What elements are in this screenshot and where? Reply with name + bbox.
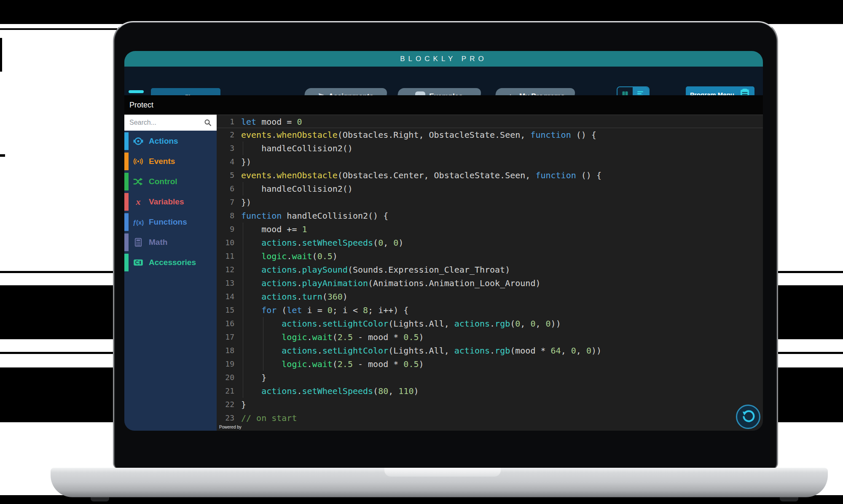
category-color-stripe — [124, 254, 129, 271]
sidebar-item-variables[interactable]: xVariables — [124, 192, 217, 212]
sidebar-item-accessories[interactable]: CAccessories — [124, 252, 217, 273]
sidebar-item-events[interactable]: Events — [124, 151, 217, 172]
code-line: 1let mood = 0 — [217, 115, 763, 128]
code-text: handleCollision2() — [241, 142, 353, 155]
line-number: 12 — [217, 263, 234, 276]
sidebar-item-math[interactable]: Math — [124, 232, 217, 252]
accessory-block-icon: C — [133, 257, 144, 268]
code-line: 20 } — [217, 371, 763, 384]
line-number: 23 — [217, 411, 234, 425]
line-number: 6 — [217, 182, 234, 196]
sidebar-item-actions[interactable]: Actions — [124, 131, 217, 151]
code-text: handleCollision2() — [241, 182, 353, 196]
line-number: 9 — [217, 223, 234, 236]
line-number: 20 — [217, 371, 234, 384]
sidebar-item-control[interactable]: Control — [124, 172, 217, 192]
code-text: logic.wait(2.5 - mood * 0.5) — [241, 330, 424, 344]
code-text: }) — [241, 196, 251, 209]
page-title: BLOCKLY PRO — [400, 55, 487, 63]
laptop-base-notch — [384, 468, 501, 477]
sidebar-item-functions[interactable]: ƒ(x)Functions — [124, 212, 217, 232]
sidebar-item-label: Math — [149, 232, 167, 252]
sidebar-item-label: Variables — [149, 192, 184, 212]
protect-bar: Protect — [124, 95, 763, 115]
protect-label: Protect — [129, 101, 153, 110]
code-line: 19 logic.wait(2.5 - mood * 0.5) — [217, 357, 763, 371]
undo-button[interactable] — [736, 405, 760, 429]
code-line: 18 actions.setLightColor(Lights.All, act… — [217, 344, 763, 357]
code-line: 16 actions.setLightColor(Lights.All, act… — [217, 317, 763, 330]
sidebar-item-label: Events — [149, 151, 175, 172]
line-number: 22 — [217, 398, 234, 411]
robot-icon — [133, 136, 144, 147]
category-color-stripe — [124, 193, 129, 211]
code-text: logic.wait(0.5) — [241, 249, 338, 263]
line-number: 15 — [217, 303, 234, 317]
svg-text:C: C — [135, 260, 139, 265]
code-text: actions.playSound(Sounds.Expression_Clea… — [241, 263, 510, 276]
code-line: 13 actions.playAnimation(Animations.Anim… — [217, 276, 763, 290]
code-text: } — [241, 371, 266, 384]
line-number: 4 — [217, 155, 234, 169]
calculator-icon — [133, 237, 144, 248]
code-line: 15 for (let i = 0; i < 8; i++) { — [217, 303, 763, 317]
code-line: 6 handleCollision2() — [217, 182, 763, 196]
category-color-stripe — [124, 132, 129, 150]
code-line: 17 logic.wait(2.5 - mood * 0.5) — [217, 330, 763, 344]
line-number: 16 — [217, 317, 234, 330]
line-number: 11 — [217, 249, 234, 263]
code-text: let mood = 0 — [241, 115, 302, 129]
category-color-stripe — [124, 213, 129, 231]
search-input[interactable]: Search... — [124, 115, 217, 131]
block-category-sidebar: Search... ActionsEventsControlxVariables… — [124, 115, 217, 431]
code-line: 11 logic.wait(0.5) — [217, 249, 763, 263]
sidebar-item-label: Actions — [149, 131, 178, 151]
code-text: actions.turn(360) — [241, 290, 348, 303]
code-editor[interactable]: 1let mood = 02events.whenObstacle(Obstac… — [217, 115, 763, 431]
bg-vline-left — [0, 38, 2, 72]
code-text: events.whenObstacle(Obstacles.Center, Ob… — [241, 169, 601, 182]
category-color-stripe — [124, 173, 129, 190]
line-number: 14 — [217, 290, 234, 303]
line-number: 18 — [217, 344, 234, 357]
line-number: 7 — [217, 196, 234, 209]
code-text: actions.setWheelSpeeds(80, 110) — [241, 384, 419, 398]
code-line: 9 mood += 1 — [217, 223, 763, 236]
line-number: 3 — [217, 142, 234, 155]
bg-mark-left — [0, 154, 5, 157]
bg-top-band — [0, 0, 843, 24]
sidebar-item-label: Accessories — [149, 252, 196, 273]
page: BLOCKLY PRO Profiles ⚑ Assignments ▶ — [0, 0, 843, 504]
line-number: 17 — [217, 330, 234, 344]
function-icon: ƒ(x) — [133, 217, 144, 228]
code-text: events.whenObstacle(Obstacles.Right, Obs… — [241, 128, 596, 142]
undo-arrow-icon — [741, 408, 756, 425]
line-number: 19 — [217, 357, 234, 371]
code-text: function handleCollision2() { — [241, 209, 388, 223]
powered-by-label: Powered by — [219, 425, 242, 429]
code-text: actions.playAnimation(Animations.Animati… — [241, 276, 540, 290]
code-line: 21 actions.setWheelSpeeds(80, 110) — [217, 384, 763, 398]
line-number: 8 — [217, 209, 234, 223]
line-number: 21 — [217, 384, 234, 398]
code-text: actions.setLightColor(Lights.All, action… — [241, 344, 601, 357]
search-icon — [204, 119, 212, 126]
code-text: }) — [241, 155, 251, 169]
code-text: mood += 1 — [241, 223, 307, 236]
code-line: 22} — [217, 398, 763, 411]
app-window: BLOCKLY PRO Profiles ⚑ Assignments ▶ — [124, 51, 763, 431]
code-line: 5events.whenObstacle(Obstacles.Center, O… — [217, 169, 763, 182]
line-number: 10 — [217, 236, 234, 249]
variable-x-icon: x — [133, 196, 144, 207]
code-line: 3 handleCollision2() — [217, 142, 763, 155]
line-number: 1 — [217, 115, 234, 129]
code-text: for (let i = 0; i < 8; i++) { — [241, 303, 408, 317]
app-header: BLOCKLY PRO — [124, 51, 763, 67]
sidebar-item-label: Control — [149, 172, 177, 192]
code-line: 14 actions.turn(360) — [217, 290, 763, 303]
line-number: 13 — [217, 276, 234, 290]
code-line: 2events.whenObstacle(Obstacles.Right, Ob… — [217, 128, 763, 142]
category-color-stripe — [124, 233, 129, 251]
code-text: actions.setLightColor(Lights.All, action… — [241, 317, 561, 330]
broadcast-icon — [133, 156, 144, 167]
